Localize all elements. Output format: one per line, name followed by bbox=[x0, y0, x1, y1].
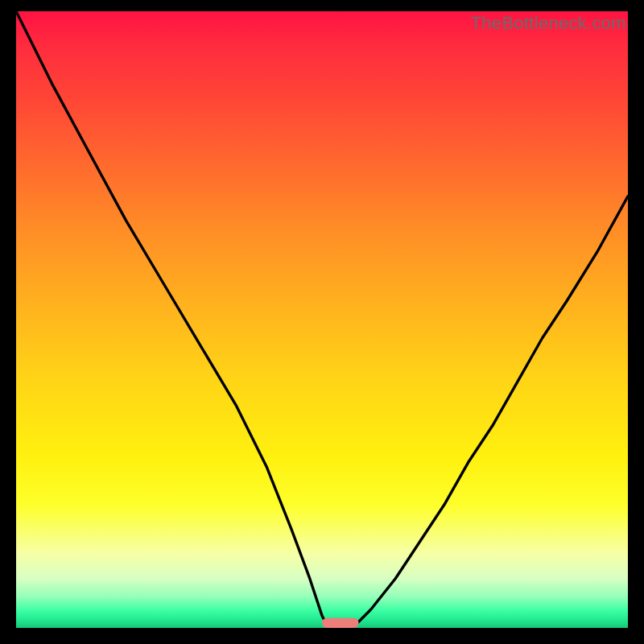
left-curve bbox=[16, 11, 328, 628]
plot-area bbox=[16, 11, 628, 628]
marker-pill bbox=[322, 618, 359, 628]
chart-svg bbox=[16, 11, 628, 628]
right-curve bbox=[353, 196, 628, 628]
chart-frame: TheBottleneck.com bbox=[0, 0, 644, 644]
